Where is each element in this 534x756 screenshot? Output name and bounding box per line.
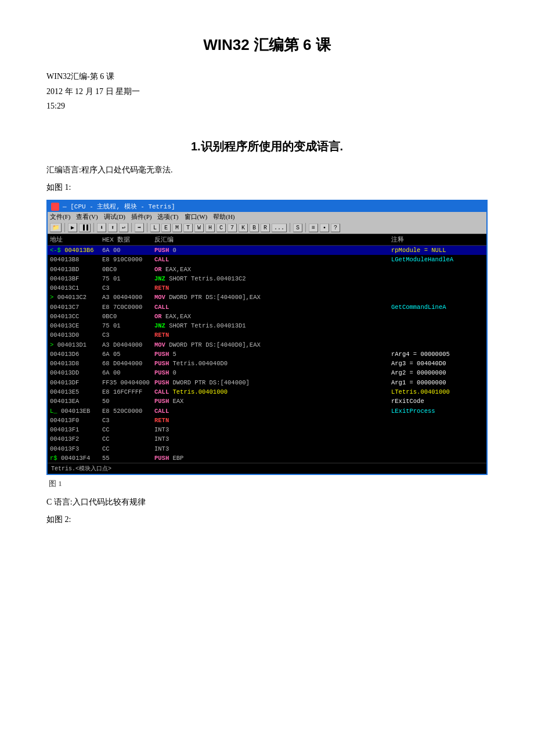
cell-addr: 004013F0 [50,416,102,425]
table-row[interactable]: 004013F3CCINT3 [48,444,486,453]
cell-asm: RETN [154,416,391,425]
menu-help[interactable]: 帮助(H) [213,213,234,221]
toolbar-H[interactable]: H [205,224,215,232]
cell-asm: RETN [154,283,391,293]
toolbar-stepov[interactable]: ⬆ [108,223,117,232]
col-addr: 地址 [50,235,102,244]
cell-addr: 004013DF [50,378,102,387]
meta-course: WIN32汇编-第 6 课 [46,71,488,82]
table-row[interactable]: r$ 004013F455PUSH EBP [48,453,486,463]
table-row[interactable]: <-$ 004013B66A 00PUSH 0rpModule = NULL [48,246,486,255]
fig1-intro: 如图 1: [46,182,488,193]
cell-asm: JNZ SHORT Tetris.004013D1 [154,321,391,330]
toolbar-list[interactable]: ≡ [309,224,318,232]
toolbar-R[interactable]: R [261,224,270,232]
cell-addr: 004013E5 [50,387,102,397]
section1-heading: 1.识别程序所使用的变成语言. [46,139,488,154]
cell-addr: 004013C7 [50,303,102,312]
toolbar-run[interactable]: ▶ [68,223,77,232]
toolbar-sep5 [290,223,290,232]
toolbar-7[interactable]: 7 [228,224,237,232]
cell-comment [391,453,484,463]
toolbar-S[interactable]: S [293,224,302,232]
toolbar-arrow[interactable]: ➡ [135,223,144,232]
toolbar-W[interactable]: W [194,224,204,232]
menu-options[interactable]: 选项(T) [157,213,178,221]
table-row[interactable]: 004013F1CCINT3 [48,425,486,434]
toolbar-L[interactable]: L [150,224,160,232]
cell-hex: E8 520C0000 [102,406,154,416]
menu-file[interactable]: 文件(F) [50,213,70,221]
cell-hex: A3 00404000 [102,293,154,302]
table-row[interactable]: 004013CE75 01JNZ SHORT Tetris.004013D1 [48,321,486,330]
debugger-title: — [CPU - 主线程, 模块 - Tetris] [63,202,175,211]
cell-comment: rArg4 = 00000005 [391,350,484,359]
cell-addr: 004013BD [50,265,102,274]
toolbar-E[interactable]: E [161,224,171,232]
table-row[interactable]: 004013D868 D0404000PUSH Tetris.004040D0A… [48,359,486,368]
cell-hex: E8 910C0000 [102,255,154,264]
cell-hex: FF35 00404000 [102,378,154,387]
table-row[interactable]: 004013B8E8 910C0000CALL LGetModuleHandle… [48,255,486,264]
menu-window[interactable]: 窗口(W) [185,213,208,221]
cell-comment [391,283,484,293]
cell-hex: A3 D0404000 [102,340,154,350]
menu-view[interactable]: 查看(V) [76,213,98,221]
menu-debug[interactable]: 调试(D) [104,213,125,221]
table-row[interactable]: > 004013C2A3 00404000MOV DWORD PTR DS:[4… [48,293,486,302]
cell-addr: 004013D8 [50,359,102,368]
table-row[interactable]: 004013BF75 01JNZ SHORT Tetris.004013C2 [48,274,486,283]
cell-asm: OR EAX,EAX [154,265,391,274]
toolbar-B[interactable]: B [250,224,259,232]
table-row[interactable]: L_ 004013EBE8 520C0000CALL LExitProcess [48,406,486,416]
cell-comment: Arg2 = 00000000 [391,368,484,377]
toolbar-K[interactable]: K [239,224,248,232]
cell-addr: 004013F3 [50,444,102,453]
toolbar-sep2 [93,223,94,232]
toolbar-sq[interactable]: ▪ [320,224,329,232]
table-row[interactable]: 004013C7E8 7C0C0000CALL GetCommandLineA [48,303,486,312]
toolbar-T[interactable]: T [183,224,193,232]
table-row[interactable]: 004013D66A 05PUSH 5rArg4 = 00000005 [48,350,486,359]
cell-hex: C3 [102,283,154,293]
toolbar-stepin[interactable]: ⬇ [97,223,106,232]
toolbar-q[interactable]: ? [331,224,340,232]
table-row[interactable]: 004013E5E8 16FCFFFFCALL Tetris.00401000L… [48,387,486,397]
table-row[interactable]: 004013F2CCINT3 [48,434,486,444]
table-row[interactable]: 004013DFFF35 00404000PUSH DWORD PTR DS:[… [48,378,486,387]
cell-addr: L_ 004013EB [50,406,102,416]
cell-hex: 50 [102,397,154,406]
table-row[interactable]: 004013F0C3RETN [48,416,486,425]
toolbar-C[interactable]: C [217,224,226,232]
toolbar-open[interactable]: 📁 [50,223,62,232]
toolbar-dots[interactable]: ... [272,224,287,232]
debugger-titlebar: — [CPU - 主线程, 模块 - Tetris] [48,201,486,212]
table-row[interactable]: 004013DD6A 00PUSH 0Arg2 = 00000000 [48,368,486,377]
table-row[interactable]: 004013BD0BC0OR EAX,EAX [48,265,486,274]
cell-addr: > 004013C2 [50,293,102,302]
cell-hex: 0BC0 [102,312,154,321]
meta-date: 2012 年 12 月 17 日 星期一 [46,87,488,97]
toolbar-pause[interactable]: ▐▐ [79,224,91,232]
cell-comment: LExitProcess [391,406,484,416]
table-row[interactable]: 004013D0C3RETN [48,330,486,340]
cell-addr: 004013EA [50,397,102,406]
table-row[interactable]: 004013EA50PUSH EAXrExitCode [48,397,486,406]
menu-plugins[interactable]: 插件(P) [131,213,151,221]
cell-hex: C3 [102,330,154,340]
cell-comment [391,425,484,434]
table-row[interactable]: 004013CC0BC0OR EAX,EAX [48,312,486,321]
debugger-col-headers: 地址 HEX 数据 反汇编 注释 [48,234,486,246]
cell-asm: PUSH 0 [154,368,391,377]
cell-addr: 004013DD [50,368,102,377]
toolbar-M[interactable]: M [172,224,182,232]
c-lang-intro: C 语言:入口代码比较有规律 [46,497,488,507]
table-row[interactable]: > 004013D1A3 D0404000MOV DWORD PTR DS:[4… [48,340,486,350]
toolbar-steprt[interactable]: ↩ [119,223,128,232]
table-row[interactable]: 004013C1C3RETN [48,283,486,293]
cell-comment [391,265,484,274]
cell-comment [391,312,484,321]
debugger-menubar: 文件(F) 查看(V) 调试(D) 插件(P) 选项(T) 窗口(W) 帮助(H… [48,212,486,222]
section1-intro: 汇编语言:程序入口处代码毫无章法. [46,165,488,175]
cell-comment [391,330,484,340]
